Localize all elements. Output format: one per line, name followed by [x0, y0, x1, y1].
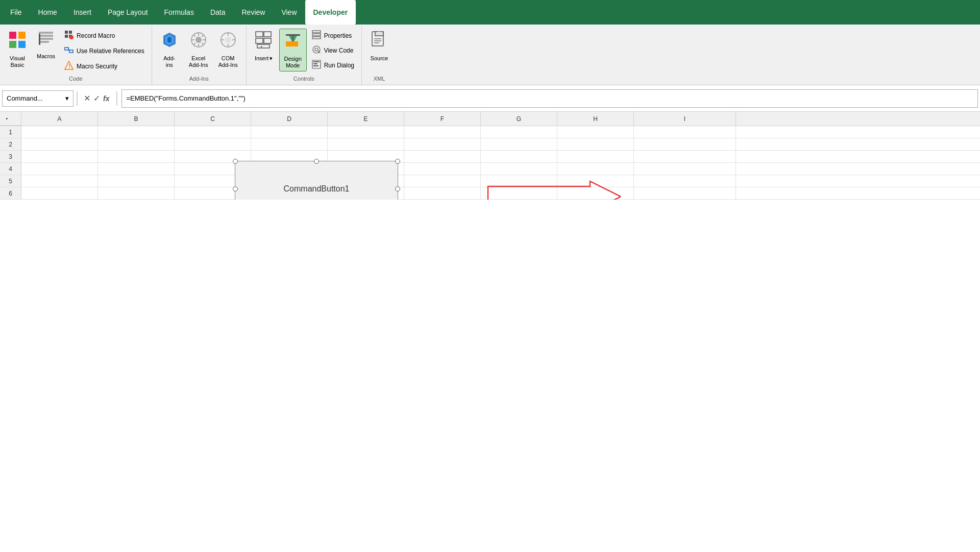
cell-a4[interactable]: [21, 163, 98, 175]
insert-button[interactable]: ▼ Insert ▾: [251, 29, 277, 64]
resize-handle-ml[interactable]: [233, 186, 238, 191]
cell-f1[interactable]: [404, 126, 481, 138]
cell-a3[interactable]: [21, 151, 98, 162]
fx-icon[interactable]: fx: [103, 94, 109, 103]
cell-d2[interactable]: [251, 138, 328, 150]
cell-a6[interactable]: [21, 187, 98, 199]
cell-b2[interactable]: [98, 138, 175, 150]
menu-insert[interactable]: Insert: [65, 0, 100, 25]
cell-i5[interactable]: [634, 175, 736, 187]
resize-handle-mr[interactable]: [395, 186, 400, 191]
cell-b5[interactable]: [98, 175, 175, 187]
cell-i6[interactable]: [634, 187, 736, 199]
formula-input[interactable]: [121, 89, 978, 108]
com-add-ins-button[interactable]: COMAdd-Ins: [214, 29, 242, 70]
row-num-3[interactable]: 3: [0, 151, 21, 162]
menu-page-layout[interactable]: Page Layout: [100, 0, 156, 25]
cell-a1[interactable]: [21, 126, 98, 138]
use-relative-references-label: Use Relative References: [77, 47, 144, 55]
cell-f3[interactable]: [404, 151, 481, 162]
col-header-g[interactable]: G: [481, 112, 557, 126]
source-button[interactable]: Source: [366, 29, 393, 64]
cell-f4[interactable]: [404, 163, 481, 175]
cell-i3[interactable]: [634, 151, 736, 162]
cell-h1[interactable]: [557, 126, 634, 138]
row-num-2[interactable]: 2: [0, 138, 21, 150]
cell-e1[interactable]: [328, 126, 404, 138]
menu-home[interactable]: Home: [30, 0, 65, 25]
cell-a2[interactable]: [21, 138, 98, 150]
cell-e2[interactable]: [328, 138, 404, 150]
cell-h3[interactable]: [557, 151, 634, 162]
resize-handle-tr[interactable]: [395, 159, 400, 164]
menu-data[interactable]: Data: [202, 0, 234, 25]
properties-button[interactable]: Properties: [309, 29, 357, 42]
use-relative-references-button[interactable]: Use Relative References: [61, 44, 148, 58]
cell-b6[interactable]: [98, 187, 175, 199]
formula-bar: Command... ▾ ✕ ✓ fx: [0, 85, 980, 112]
col-header-e[interactable]: E: [328, 112, 404, 126]
cell-b3[interactable]: [98, 151, 175, 162]
menu-review[interactable]: Review: [234, 0, 274, 25]
row-num-4[interactable]: 4: [0, 163, 21, 175]
menu-formulas[interactable]: Formulas: [156, 0, 202, 25]
resize-handle-tc[interactable]: [314, 159, 319, 164]
cell-h2[interactable]: [557, 138, 634, 150]
name-box[interactable]: Command... ▾: [2, 90, 74, 107]
cancel-icon[interactable]: ✕: [84, 93, 90, 103]
addins-group-content: Add-ins: [156, 27, 242, 74]
relative-references-icon: [64, 45, 74, 57]
cell-b4[interactable]: [98, 163, 175, 175]
row-num-6[interactable]: 6: [0, 187, 21, 199]
cell-i1[interactable]: [634, 126, 736, 138]
record-macro-button[interactable]: Record Macro: [61, 29, 148, 43]
row-num-1[interactable]: 1: [0, 126, 21, 138]
com-add-ins-icon: [219, 31, 237, 53]
cell-g2[interactable]: [481, 138, 557, 150]
svg-rect-5: [39, 35, 53, 37]
select-all-corner[interactable]: [0, 112, 21, 126]
row-num-5[interactable]: 5: [0, 175, 21, 187]
col-header-c[interactable]: C: [175, 112, 251, 126]
view-code-label: View Code: [324, 47, 354, 54]
col-header-f[interactable]: F: [404, 112, 481, 126]
add-ins-button[interactable]: Add-ins: [156, 29, 183, 70]
cell-h4[interactable]: [557, 163, 634, 175]
controls-group-label: Controls: [251, 74, 357, 85]
macro-security-button[interactable]: ! Macro Security: [61, 59, 148, 74]
cell-a5[interactable]: [21, 175, 98, 187]
col-header-d[interactable]: D: [251, 112, 328, 126]
cell-g3[interactable]: [481, 151, 557, 162]
cell-b1[interactable]: [98, 126, 175, 138]
design-mode-button[interactable]: DesignMode: [279, 29, 307, 71]
col-header-a[interactable]: A: [21, 112, 98, 126]
col-header-i[interactable]: I: [634, 112, 736, 126]
resize-handle-tl[interactable]: [233, 159, 238, 164]
menu-file[interactable]: File: [2, 0, 30, 25]
command-button-container: CommandButton1: [235, 161, 398, 200]
cell-c1[interactable]: [175, 126, 251, 138]
excel-add-ins-button[interactable]: ExcelAdd-Ins: [185, 29, 212, 70]
command-button[interactable]: CommandButton1: [235, 161, 398, 200]
svg-point-52: [315, 48, 318, 51]
macros-button[interactable]: Macros: [33, 29, 59, 62]
cell-c2[interactable]: [175, 138, 251, 150]
svg-rect-11: [65, 35, 68, 38]
col-header-h[interactable]: H: [557, 112, 634, 126]
cell-i4[interactable]: [634, 163, 736, 175]
add-ins-icon: [160, 31, 179, 53]
cell-d1[interactable]: [251, 126, 328, 138]
run-dialog-button[interactable]: Run Dialog: [309, 58, 357, 72]
cell-i2[interactable]: [634, 138, 736, 150]
cell-f2[interactable]: [404, 138, 481, 150]
cell-g4[interactable]: [481, 163, 557, 175]
view-code-button[interactable]: View Code: [309, 43, 357, 57]
table-row: 3: [0, 151, 980, 163]
cell-g1[interactable]: [481, 126, 557, 138]
menu-developer[interactable]: Developer: [305, 0, 356, 25]
visual-basic-button[interactable]: VisualBasic: [4, 29, 31, 70]
menu-view[interactable]: View: [273, 0, 305, 25]
svg-rect-14: [65, 47, 68, 50]
confirm-icon[interactable]: ✓: [93, 93, 100, 103]
col-header-b[interactable]: B: [98, 112, 175, 126]
